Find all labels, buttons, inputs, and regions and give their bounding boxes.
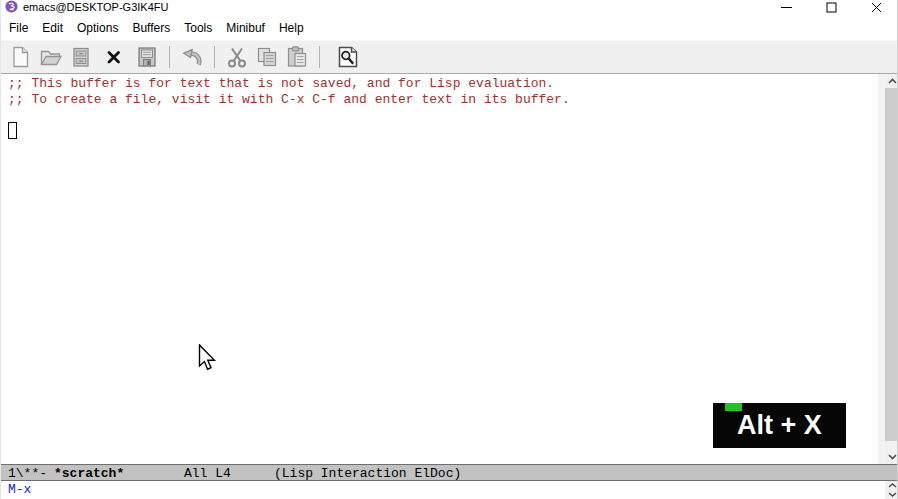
maximize-icon [826, 2, 837, 13]
scroll-up-arrow-icon [888, 78, 897, 84]
save-floppy-icon [135, 45, 159, 69]
cut-button[interactable] [222, 43, 252, 71]
menu-help[interactable]: Help [279, 19, 304, 37]
undo-arrow-icon [180, 45, 204, 69]
paste-button[interactable] [282, 43, 312, 71]
new-file-button[interactable] [6, 43, 36, 71]
mouse-pointer-icon [198, 344, 218, 374]
menu-file[interactable]: File [9, 19, 28, 37]
dired-button[interactable] [66, 43, 96, 71]
vertical-scrollbar[interactable] [885, 74, 898, 464]
open-file-button[interactable] [36, 43, 66, 71]
isearch-magnifier-icon [336, 45, 360, 69]
keycast-overlay: Alt + X [713, 403, 846, 448]
modeline-major-mode[interactable]: (Lisp Interaction ElDoc) [274, 466, 461, 481]
modeline-position: All L4 [184, 466, 231, 481]
menu-edit[interactable]: Edit [42, 19, 63, 37]
maximize-button[interactable] [809, 0, 854, 15]
cut-scissors-icon [225, 45, 249, 69]
scrollbar-thumb[interactable] [885, 88, 898, 441]
scroll-up-arrow-icon [888, 483, 897, 488]
modeline-coding-mnemonics: 1\**- [8, 466, 47, 481]
scroll-up-button[interactable] [885, 74, 898, 88]
menu-buffers[interactable]: Buffers [132, 19, 170, 37]
close-buffer-button[interactable] [99, 43, 129, 71]
close-button[interactable] [854, 0, 898, 15]
paste-clipboard-icon [285, 45, 309, 69]
mode-line: 1\**- *scratch* All L4 (Lisp Interaction… [1, 464, 898, 481]
modeline-buffer-name[interactable]: *scratch* [54, 466, 124, 481]
undo-button[interactable] [177, 43, 207, 71]
scroll-down-arrow-icon [888, 454, 897, 460]
emacs-window: emacs@DESKTOP-G3IK4FU File Edit Options … [0, 0, 898, 499]
toolbar-separator [214, 46, 215, 68]
menu-options[interactable]: Options [77, 19, 118, 37]
minibuffer-scroll-down-button[interactable] [885, 490, 898, 499]
buffer-line-2: ;; To create a file, visit it with C-x C… [1, 92, 878, 108]
close-icon [871, 2, 882, 13]
save-buffer-button[interactable] [132, 43, 162, 71]
copy-icon [255, 45, 279, 69]
open-folder-icon [39, 45, 63, 69]
buffer-line-1: ;; This buffer is for text that is not s… [1, 76, 878, 92]
window-fringe [878, 74, 885, 464]
tool-bar [1, 40, 898, 74]
text-cursor-hollow-box [8, 122, 17, 139]
scroll-down-arrow-icon [888, 492, 897, 497]
menu-tools[interactable]: Tools [184, 19, 212, 37]
minibuffer-scrollbar[interactable] [885, 481, 898, 499]
isearch-button[interactable] [333, 43, 363, 71]
menu-minibuf[interactable]: Minibuf [226, 19, 265, 37]
minimize-button[interactable] [764, 0, 809, 15]
minibuffer-prompt: M-x [8, 482, 31, 497]
menu-bar: File Edit Options Buffers Tools Minibuf … [1, 15, 898, 40]
window-controls [764, 0, 898, 15]
scroll-down-button[interactable] [885, 450, 898, 464]
minimize-icon [781, 2, 792, 13]
minibuffer-scroll-up-button[interactable] [885, 481, 898, 490]
copy-button[interactable] [252, 43, 282, 71]
toolbar-separator [319, 46, 320, 68]
title-bar: emacs@DESKTOP-G3IK4FU [1, 0, 898, 15]
emacs-logo-icon [5, 0, 18, 13]
new-file-icon [9, 45, 33, 69]
close-buffer-icon [102, 45, 126, 69]
dired-cabinet-icon [69, 45, 93, 69]
keycast-label: Alt + X [713, 410, 846, 441]
toolbar-separator [169, 46, 170, 68]
window-title: emacs@DESKTOP-G3IK4FU [23, 1, 168, 13]
minibuffer[interactable]: M-x [1, 481, 885, 499]
